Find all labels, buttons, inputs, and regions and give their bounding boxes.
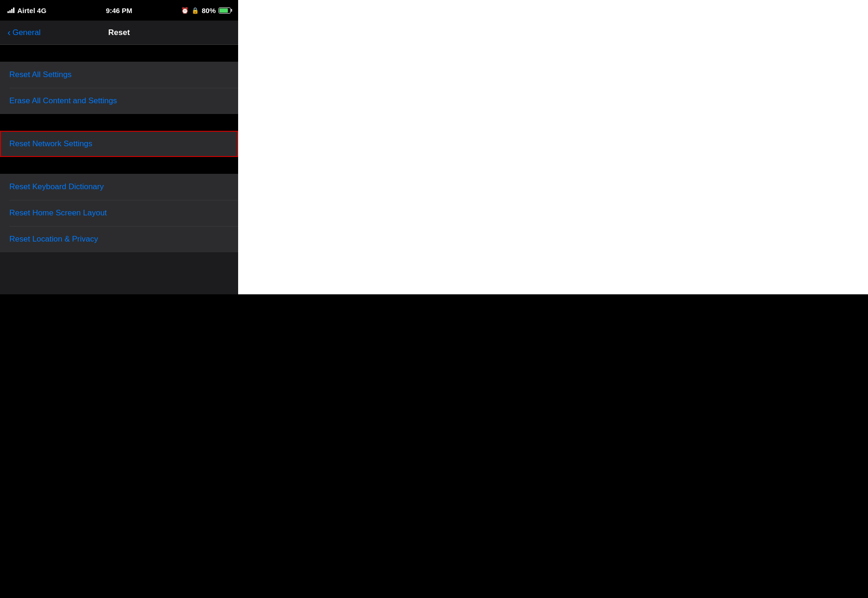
section-separator-3 xyxy=(0,157,238,174)
section-1-group: Reset All Settings Erase All Content and… xyxy=(0,62,238,114)
section-3-group: Reset Keyboard Dictionary Reset Home Scr… xyxy=(0,174,238,252)
battery-icon xyxy=(219,7,231,14)
reset-network-label: Reset Network Settings xyxy=(9,139,92,149)
phone-screen: Airtel 4G 9:46 PM ⏰ 🔒 80% ‹ General Rese… xyxy=(0,0,238,308)
reset-home-screen-item[interactable]: Reset Home Screen Layout xyxy=(0,200,238,226)
back-label: General xyxy=(13,28,41,37)
reset-keyboard-item[interactable]: Reset Keyboard Dictionary xyxy=(0,174,238,200)
signal-bars-icon xyxy=(7,7,14,13)
section-separator-2 xyxy=(0,114,238,131)
battery-fill xyxy=(219,8,228,13)
back-button[interactable]: ‹ General xyxy=(7,28,41,37)
reset-network-item[interactable]: Reset Network Settings xyxy=(0,131,238,157)
battery-container xyxy=(219,7,231,14)
reset-location-label: Reset Location & Privacy xyxy=(9,235,98,244)
erase-all-label: Erase All Content and Settings xyxy=(9,96,117,106)
carrier-label: Airtel xyxy=(17,7,35,14)
reset-location-item[interactable]: Reset Location & Privacy xyxy=(0,226,238,252)
reset-keyboard-label: Reset Keyboard Dictionary xyxy=(9,182,104,192)
back-chevron-icon: ‹ xyxy=(7,28,11,37)
status-left: Airtel 4G xyxy=(7,7,46,14)
section-separator-top xyxy=(0,45,238,62)
lock-icon: 🔒 xyxy=(191,7,199,14)
right-white-area xyxy=(238,0,868,294)
nav-header: ‹ General Reset xyxy=(0,21,238,45)
erase-all-item[interactable]: Erase All Content and Settings xyxy=(0,88,238,114)
reset-home-screen-label: Reset Home Screen Layout xyxy=(9,208,107,218)
battery-percent-label: 80% xyxy=(202,7,216,14)
alarm-icon: ⏰ xyxy=(181,7,189,14)
section-2-group: Reset Network Settings xyxy=(0,131,238,157)
network-label: 4G xyxy=(37,7,46,14)
status-bar: Airtel 4G 9:46 PM ⏰ 🔒 80% xyxy=(0,0,238,21)
reset-all-settings-label: Reset All Settings xyxy=(9,70,71,79)
status-right: ⏰ 🔒 80% xyxy=(181,7,231,14)
reset-all-settings-item[interactable]: Reset All Settings xyxy=(0,62,238,88)
bottom-black-area xyxy=(0,294,868,598)
page-title: Reset xyxy=(108,28,130,37)
time-label: 9:46 PM xyxy=(106,7,133,14)
